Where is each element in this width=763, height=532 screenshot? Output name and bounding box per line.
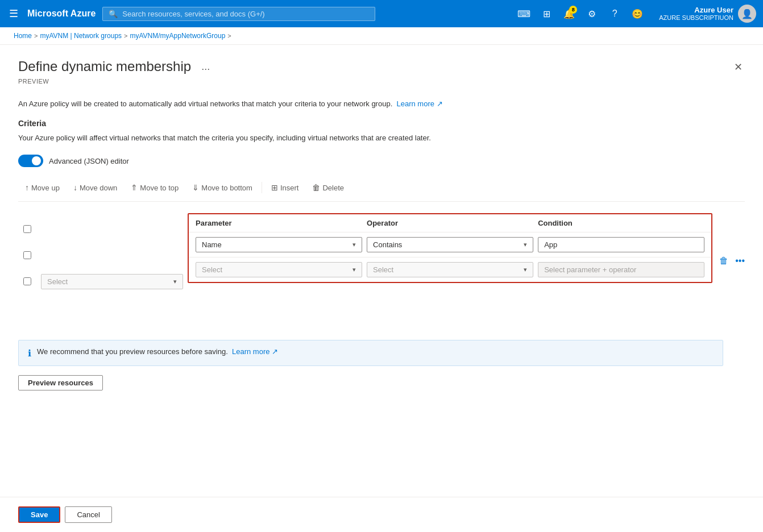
search-bar[interactable]: 🔍: [102, 7, 375, 21]
sep2: >: [124, 32, 127, 39]
move-down-button[interactable]: ↓ Move down: [67, 181, 124, 194]
search-input[interactable]: [122, 10, 369, 18]
page-header: Define dynamic membership ... ✕: [18, 59, 745, 76]
nav-icons: ⌨ ⊞ 🔔 8 ⚙ ? 😊: [513, 3, 648, 24]
info-box: ℹ We recommend that you preview resource…: [18, 340, 723, 366]
move-to-bottom-icon: ⇓: [192, 183, 199, 192]
feedback-icon[interactable]: 😊: [627, 3, 648, 24]
breadcrumb-network-manager[interactable]: myAVNM | Network groups: [40, 32, 122, 40]
top-nav: ☰ Microsoft Azure 🔍 ⌨ ⊞ 🔔 8 ⚙ ? 😊 Azure …: [0, 0, 763, 27]
row-checkbox-2[interactable]: [23, 277, 31, 285]
outer-select-2[interactable]: Select ▾: [41, 274, 183, 289]
info-text: An Azure policy will be created to autom…: [18, 98, 530, 110]
move-to-bottom-button[interactable]: ⇓ Move to bottom: [185, 181, 259, 194]
toggle-row: Advanced (JSON) editor: [18, 155, 745, 167]
breadcrumb: Home > myAVNM | Network groups > myAVNM/…: [0, 27, 763, 45]
move-up-button[interactable]: ↑ Move up: [18, 181, 67, 194]
close-button[interactable]: ✕: [732, 59, 745, 76]
user-info[interactable]: Azure User AZURE SUBSCRIPTIUON 👤: [659, 5, 756, 23]
breadcrumb-group[interactable]: myAVNM/myAppNetworkGroup: [130, 32, 226, 40]
toolbar: ↑ Move up ↓ Move down ⇑ Move to top ⇓ Mo…: [18, 181, 745, 202]
cancel-button[interactable]: Cancel: [65, 506, 111, 523]
preview-badge: PREVIEW: [18, 78, 745, 85]
move-up-icon: ↑: [25, 183, 29, 192]
info-icon: ℹ: [28, 348, 31, 359]
insert-icon: ⊞: [271, 183, 278, 192]
footer: Save Cancel: [0, 497, 763, 529]
main-content: Define dynamic membership ... ✕ PREVIEW …: [0, 45, 763, 529]
notification-badge: 8: [569, 6, 577, 14]
delete-icon: 🗑: [312, 183, 320, 192]
sep3: >: [227, 32, 231, 39]
search-icon: 🔍: [109, 10, 118, 18]
learn-more-link-2[interactable]: Learn more ↗: [232, 347, 278, 356]
help-icon[interactable]: ?: [604, 3, 625, 24]
page-title-area: Define dynamic membership ...: [18, 59, 213, 74]
row-checkbox-header[interactable]: [23, 225, 31, 233]
row-checkbox-1[interactable]: [23, 251, 31, 259]
move-to-top-button[interactable]: ⇑ Move to top: [124, 181, 185, 194]
toggle-knob: [32, 156, 41, 165]
user-name: Azure User: [659, 6, 733, 15]
learn-more-link-1[interactable]: Learn more ↗: [397, 99, 443, 108]
user-text: Azure User AZURE SUBSCRIPTIUON: [659, 6, 733, 22]
chevron-down-icon-5: ▾: [173, 278, 177, 285]
criteria-desc: Your Azure policy will affect virtual ne…: [18, 132, 530, 144]
criteria-title: Criteria: [18, 119, 745, 128]
brand-name: Microsoft Azure: [27, 9, 96, 19]
notification-icon[interactable]: 🔔 8: [559, 3, 579, 24]
advanced-json-toggle[interactable]: [18, 155, 43, 167]
insert-button[interactable]: ⊞ Insert: [264, 181, 306, 194]
toggle-label: Advanced (JSON) editor: [49, 157, 129, 165]
move-down-icon: ↓: [73, 183, 77, 192]
avatar[interactable]: 👤: [738, 5, 756, 23]
settings-icon[interactable]: ⚙: [582, 3, 602, 24]
more-options-button[interactable]: ...: [198, 60, 213, 74]
delete-button[interactable]: 🗑 Delete: [305, 181, 351, 194]
user-subscription: AZURE SUBSCRIPTIUON: [659, 14, 733, 22]
toolbar-separator: [262, 182, 262, 193]
page-title: Define dynamic membership: [18, 59, 191, 74]
cloud-shell-icon[interactable]: ⌨: [513, 3, 534, 24]
save-button[interactable]: Save: [18, 506, 60, 523]
info-box-text: We recommend that you preview resources …: [37, 347, 278, 356]
hamburger-menu[interactable]: ☰: [7, 5, 20, 22]
move-to-top-icon: ⇑: [131, 183, 138, 192]
preview-resources-button[interactable]: Preview resources: [18, 375, 103, 390]
breadcrumb-home[interactable]: Home: [14, 32, 32, 40]
directory-icon[interactable]: ⊞: [536, 3, 557, 24]
sep1: >: [34, 32, 38, 39]
